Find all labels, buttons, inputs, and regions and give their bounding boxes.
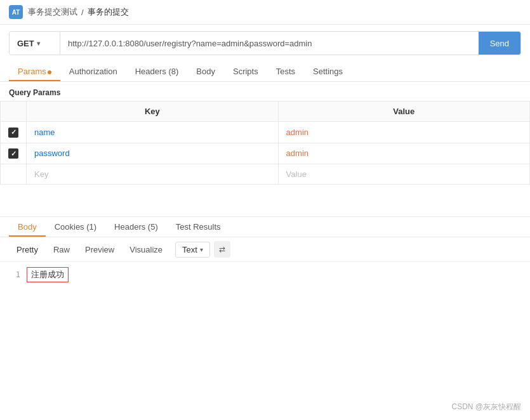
wrap-icon[interactable]: ⇄ (214, 241, 230, 258)
params-header-row: Key Value (1, 102, 530, 122)
format-bar: Pretty Raw Preview Visualize Text ▾ ⇄ (0, 237, 530, 262)
chevron-down-icon: ▾ (37, 40, 40, 47)
key-header: Key (27, 102, 279, 122)
url-input[interactable] (60, 39, 479, 48)
fmt-tab-raw[interactable]: Raw (46, 242, 77, 257)
row2-value: admin (286, 148, 308, 158)
breadcrumb-current: 事务的提交 (88, 6, 129, 18)
fmt-tab-pretty[interactable]: Pretty (9, 242, 46, 257)
send-button[interactable]: Send (479, 32, 520, 55)
tab-authorization[interactable]: Authorization (60, 62, 126, 81)
row2-key: password (34, 148, 70, 158)
resp-tab-headers[interactable]: Headers (5) (105, 217, 167, 237)
text-format-label: Text (182, 245, 197, 254)
breadcrumb: 事务提交测试 / 事务的提交 (28, 6, 129, 18)
row2-checkbox[interactable] (8, 148, 18, 159)
chevron-down-icon: ▾ (200, 246, 203, 253)
response-body: 1 注册成功 (0, 262, 530, 287)
fmt-tab-preview[interactable]: Preview (77, 242, 122, 257)
breadcrumb-root: 事务提交测试 (28, 6, 77, 18)
row1-key: name (34, 128, 55, 137)
response-line-1: 1 注册成功 (0, 266, 530, 284)
line-number: 1 (5, 270, 20, 279)
response-area: Body Cookies (1) Headers (5) Test Result… (0, 216, 530, 287)
value-header: Value (278, 102, 529, 122)
method-label: GET (17, 39, 34, 48)
fmt-tab-visualize[interactable]: Visualize (122, 242, 170, 257)
tab-settings[interactable]: Settings (304, 62, 352, 81)
url-bar: GET ▾ Send (9, 31, 521, 55)
table-row: name admin (1, 122, 530, 143)
tab-body[interactable]: Body (187, 62, 224, 81)
row3-key-placeholder: Key (34, 169, 48, 179)
resp-tab-body[interactable]: Body (9, 217, 46, 237)
tab-scripts[interactable]: Scripts (224, 62, 267, 81)
request-tabs: Params Authorization Headers (8) Body Sc… (0, 62, 530, 82)
row3-value-placeholder: Value (286, 169, 307, 179)
resp-tab-cookies[interactable]: Cookies (1) (46, 217, 105, 237)
check-header (1, 102, 27, 122)
table-row: password admin (1, 143, 530, 164)
params-dot (48, 70, 51, 74)
tab-tests[interactable]: Tests (267, 62, 304, 81)
row1-value: admin (286, 128, 308, 137)
params-table: Key Value name admin password admin Key … (0, 101, 530, 185)
resp-tab-test-results[interactable]: Test Results (167, 217, 230, 237)
method-select[interactable]: GET ▾ (10, 32, 60, 55)
tab-headers[interactable]: Headers (8) (126, 62, 188, 81)
section-query-params: Query Params (0, 82, 530, 101)
watermark: CSDN @灰灰快程醒 (451, 402, 521, 412)
table-row: Key Value (1, 164, 530, 185)
text-format-select[interactable]: Text ▾ (175, 242, 210, 258)
breadcrumb-separator: / (81, 8, 84, 17)
tab-params[interactable]: Params (9, 62, 60, 81)
spacer (0, 185, 530, 204)
top-bar: AT 事务提交测试 / 事务的提交 (0, 0, 530, 25)
app-logo: AT (9, 5, 23, 19)
response-value: 注册成功 (27, 267, 69, 282)
response-tabs: Body Cookies (1) Headers (5) Test Result… (0, 217, 530, 237)
row1-checkbox[interactable] (8, 128, 18, 138)
